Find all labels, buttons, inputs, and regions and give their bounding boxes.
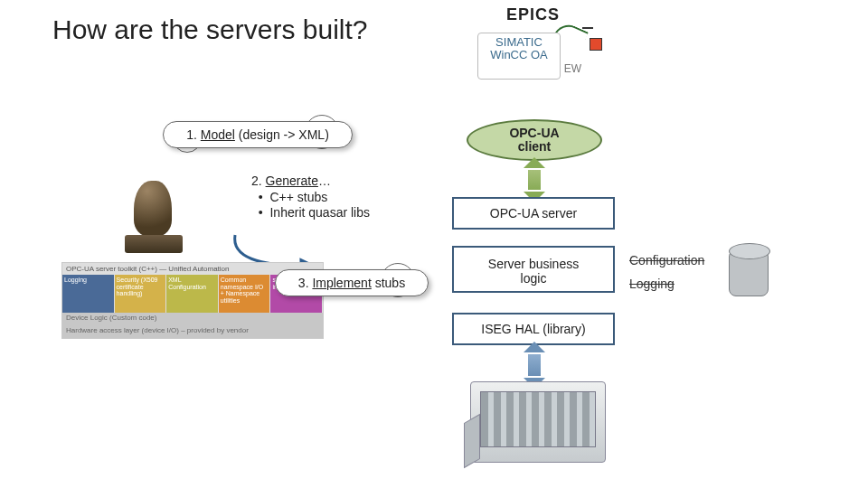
client-l1: OPC-UA: [509, 126, 559, 140]
opcua-server-box: OPC-UA server: [452, 197, 615, 230]
tk-row3: Hardware access layer (device I/O) – pro…: [62, 325, 323, 338]
opcua-client-oval: OPC-UA client: [467, 119, 602, 161]
tk-c3: Common namespace I/O + Namespace utiliti…: [221, 277, 269, 305]
client-logos: EPICS SIMATIC WinCC OA EW: [450, 5, 613, 87]
step2-ellipsis: …: [318, 174, 331, 188]
step2-keyword: Generate: [266, 174, 318, 188]
business-logic-box: Server business logic: [452, 246, 615, 293]
configuration-label: Configuration: [629, 253, 704, 267]
step1-cloud: 1. Model (design -> XML): [163, 121, 353, 148]
biz-l1: Server business: [488, 257, 579, 271]
step2-number: 2.: [251, 174, 262, 188]
cylinder-icon: [729, 249, 769, 296]
iseg-hal-box: ISEG HAL (library): [452, 313, 615, 345]
simatic-line1: SIMATIC: [478, 36, 560, 49]
logging-label: Logging: [629, 277, 675, 291]
tk-c0: Logging: [64, 277, 112, 284]
thinker-image: [118, 163, 190, 253]
step2-block: 2. Generate… • C++ stubs • Inherit quasa…: [251, 174, 370, 221]
step3-number: 3.: [298, 276, 309, 290]
hardware-crate-image: [470, 381, 606, 463]
tk-c2: XML Configuration: [168, 277, 216, 290]
tk-row2: Device Logic (Custom code): [62, 313, 323, 325]
simatic-line2: WinCC OA: [478, 49, 560, 61]
step2-bullet2: Inherit quasar libs: [269, 205, 370, 220]
slide-title: How are the servers built?: [52, 14, 368, 45]
tk-c1: Security (X509 certificate handling): [117, 277, 165, 297]
step3-keyword: Implement: [312, 276, 371, 290]
step1-tail: (design -> XML): [235, 127, 329, 142]
client-l2: client: [518, 139, 552, 154]
arrow-client-server-icon: [528, 170, 541, 190]
step3-tail: stubs: [372, 276, 405, 290]
step3-cloud: 3. Implement stubs: [275, 269, 429, 296]
labview-text: EW: [564, 63, 581, 75]
simatic-logo: SIMATIC WinCC OA EW: [477, 33, 561, 80]
biz-l2: logic: [521, 271, 547, 286]
labview-icon: [568, 20, 604, 58]
step2-bullet1: C++ stubs: [269, 190, 327, 204]
step1-keyword: Model: [201, 127, 235, 142]
arrow-hal-hardware-icon: [528, 354, 541, 376]
epics-logo: EPICS: [506, 5, 560, 24]
step1-number: 1.: [186, 127, 197, 142]
